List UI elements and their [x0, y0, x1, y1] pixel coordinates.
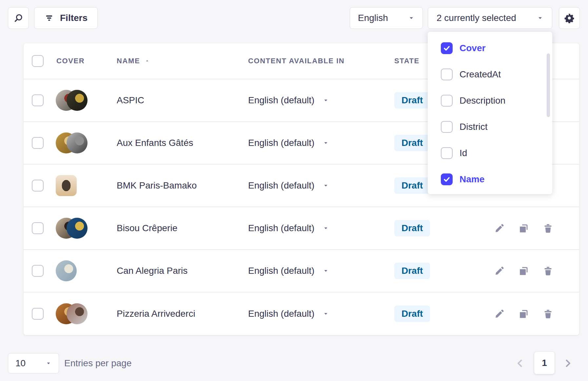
gear-icon: [564, 13, 575, 23]
duplicate-button[interactable]: [518, 223, 529, 234]
row-locale-dropdown[interactable]: English (default): [248, 95, 329, 106]
row-locale-value: English (default): [248, 138, 314, 148]
previous-page-button[interactable]: [514, 357, 526, 369]
duplicate-button[interactable]: [518, 308, 529, 319]
row-locale-value: English (default): [248, 309, 314, 319]
caret-down-icon: [323, 183, 329, 189]
entry-name: BMK Paris-Bamako: [117, 180, 197, 191]
caret-down-icon: [537, 15, 543, 21]
row-locale-dropdown[interactable]: English (default): [248, 266, 329, 276]
column-checkbox[interactable]: [441, 42, 453, 54]
trash-icon: [543, 266, 553, 276]
column-toggle-label: Cover: [460, 43, 485, 53]
row-checkbox[interactable]: [32, 222, 44, 234]
column-toggle-item[interactable]: Id: [428, 140, 552, 166]
sort-ascending-icon: [145, 58, 150, 64]
search-button[interactable]: [8, 7, 29, 29]
row-locale-value: English (default): [248, 95, 314, 106]
edit-button[interactable]: [494, 265, 505, 276]
column-toggle-item[interactable]: CreatedAt: [428, 61, 552, 88]
column-toggle-item[interactable]: District: [428, 114, 552, 140]
delete-button[interactable]: [542, 308, 554, 319]
row-locale-dropdown[interactable]: English (default): [248, 180, 329, 191]
row-locale-dropdown[interactable]: English (default): [248, 138, 329, 148]
column-header-name[interactable]: NAME: [117, 57, 150, 65]
column-header-state: STATE: [394, 57, 420, 65]
content-manager-list-view: Filters English 2 currently selected COV…: [0, 0, 588, 381]
cover-image: [56, 132, 88, 153]
duplicate-icon: [519, 266, 529, 276]
column-checkbox[interactable]: [441, 95, 453, 107]
caret-down-icon: [323, 311, 329, 317]
column-checkbox[interactable]: [441, 147, 453, 159]
search-icon: [13, 13, 23, 23]
filter-icon: [44, 13, 54, 23]
locale-select-value: English: [358, 13, 388, 23]
edit-pencil-icon: [494, 266, 505, 276]
caret-down-icon: [46, 360, 51, 366]
table-row[interactable]: Bisou Crêperie English (default) Draft: [24, 207, 579, 250]
cover-photo: [56, 175, 77, 196]
chevron-right-icon: [562, 358, 573, 369]
state-badge: Draft: [394, 263, 430, 279]
cover-photo: [67, 132, 88, 153]
locale-select[interactable]: English: [350, 7, 423, 29]
caret-down-icon: [323, 140, 329, 146]
cover-image: [56, 218, 88, 239]
entry-name: Aux Enfants Gâtés: [117, 138, 193, 148]
columns-select[interactable]: 2 currently selected: [428, 7, 552, 29]
duplicate-icon: [519, 309, 529, 319]
delete-button[interactable]: [542, 265, 554, 276]
row-actions: [494, 223, 554, 234]
column-toggle-item[interactable]: Cover: [428, 35, 552, 61]
page-size-value: 10: [15, 358, 26, 369]
columns-dropdown-panel: Cover CreatedAt Description District: [428, 32, 552, 194]
row-locale-value: English (default): [248, 266, 314, 276]
column-checkbox[interactable]: [441, 173, 453, 185]
column-toggle-label: Id: [460, 148, 467, 158]
column-toggle-item[interactable]: Description: [428, 88, 552, 114]
duplicate-button[interactable]: [518, 265, 529, 276]
state-badge: Draft: [394, 135, 430, 151]
trash-icon: [543, 309, 553, 319]
entry-name: Pizzeria Arrivederci: [117, 309, 195, 319]
page-size-select[interactable]: 10: [8, 353, 59, 373]
state-badge: Draft: [394, 220, 430, 236]
column-header-name-label: NAME: [117, 57, 140, 65]
cover-image: [56, 90, 88, 111]
row-checkbox[interactable]: [32, 180, 44, 191]
column-toggle-item[interactable]: Name: [428, 166, 552, 192]
column-toggle-label: CreatedAt: [460, 69, 501, 80]
entry-name: Bisou Crêperie: [117, 223, 177, 233]
state-badge: Draft: [394, 306, 430, 322]
row-locale-dropdown[interactable]: English (default): [248, 223, 329, 233]
cover-image: [56, 175, 88, 196]
select-all-checkbox[interactable]: [32, 55, 44, 67]
row-actions: [494, 265, 554, 276]
row-locale-dropdown[interactable]: English (default): [248, 309, 329, 319]
chevron-left-icon: [515, 358, 526, 369]
page-1-button[interactable]: 1: [534, 352, 555, 374]
table-row[interactable]: Can Alegria Paris English (default) Draf…: [24, 250, 579, 292]
settings-button[interactable]: [559, 7, 580, 29]
row-checkbox[interactable]: [32, 308, 44, 320]
caret-down-icon: [323, 268, 329, 274]
next-page-button[interactable]: [562, 357, 574, 369]
delete-button[interactable]: [542, 223, 554, 234]
table-row[interactable]: Pizzeria Arrivederci English (default) D…: [24, 292, 579, 335]
column-checkbox[interactable]: [441, 121, 453, 133]
row-actions: [494, 308, 554, 319]
edit-pencil-icon: [494, 223, 505, 233]
row-checkbox[interactable]: [32, 94, 44, 106]
columns-select-value: 2 currently selected: [437, 13, 516, 23]
column-checkbox[interactable]: [441, 69, 453, 80]
row-checkbox[interactable]: [32, 265, 44, 277]
entry-name: ASPIC: [117, 95, 144, 106]
edit-button[interactable]: [494, 308, 505, 319]
state-badge: Draft: [394, 177, 430, 194]
edit-button[interactable]: [494, 223, 505, 234]
filters-button[interactable]: Filters: [34, 7, 98, 29]
row-checkbox[interactable]: [32, 137, 44, 149]
dropdown-scrollbar[interactable]: [547, 53, 550, 117]
caret-down-icon: [323, 225, 329, 231]
